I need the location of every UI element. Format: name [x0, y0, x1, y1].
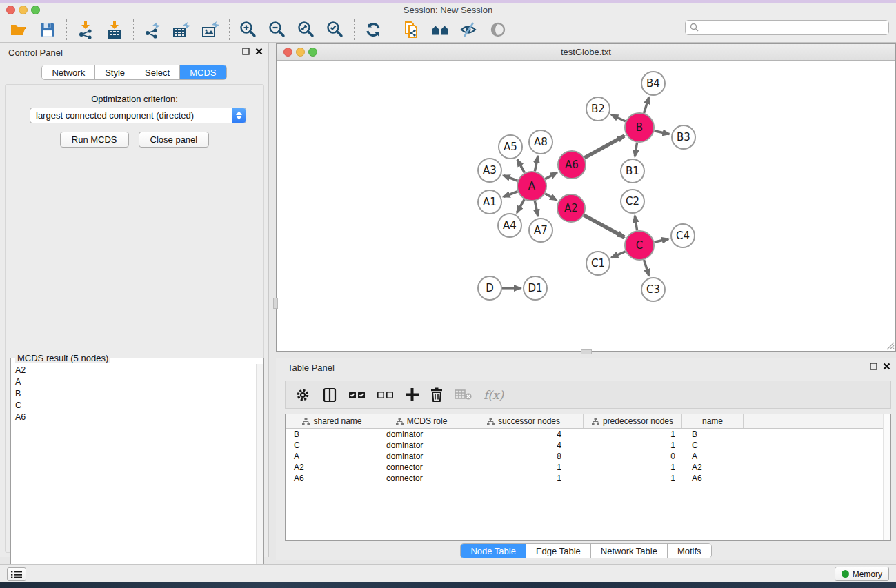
- graph-edge-B-B2[interactable]: [611, 115, 626, 121]
- graph-edge-C-C3[interactable]: [644, 260, 649, 276]
- close-panel-button[interactable]: Close panel: [139, 132, 210, 148]
- table-cell[interactable]: dominator: [379, 440, 464, 451]
- import-table-icon[interactable]: [104, 19, 125, 40]
- float-panel-icon[interactable]: [242, 48, 250, 55]
- network-window-titlebar[interactable]: testGlobe.txt: [277, 44, 895, 61]
- network-canvas[interactable]: B4B2BB3A5A8A6B1A3AC2A1A2A4A7C4CC1C3DD1: [277, 61, 895, 351]
- column-header-name[interactable]: name: [682, 414, 744, 428]
- table-scrollbar[interactable]: [883, 414, 890, 540]
- table-cell[interactable]: 1: [464, 473, 584, 484]
- graph-edge-A6-B[interactable]: [584, 136, 624, 158]
- graph-edge-C-C2[interactable]: [635, 216, 637, 231]
- zoom-fit-icon[interactable]: [296, 19, 317, 40]
- graph-edge-A-A2[interactable]: [545, 194, 557, 200]
- select-all-columns-icon[interactable]: [349, 385, 366, 405]
- window-resize-grip[interactable]: [886, 341, 895, 350]
- show-columns-icon[interactable]: [322, 385, 337, 405]
- export-table-icon[interactable]: [171, 19, 192, 40]
- graph-edge-C-C1[interactable]: [611, 252, 626, 258]
- table-cell[interactable]: A2: [682, 462, 744, 473]
- save-session-icon[interactable]: [37, 19, 58, 40]
- graph-node-B2[interactable]: B2: [586, 97, 610, 121]
- table-cell[interactable]: 8: [464, 451, 584, 462]
- graph-node-B3[interactable]: B3: [672, 125, 695, 149]
- tab-network[interactable]: Network: [42, 65, 95, 79]
- graph-edge-B-B1[interactable]: [635, 143, 637, 157]
- column-header-mcds-role[interactable]: MCDS role: [379, 414, 464, 428]
- table-cell[interactable]: dominator: [379, 451, 464, 462]
- graph-node-A1[interactable]: A1: [478, 190, 501, 214]
- table-cell[interactable]: connector: [379, 462, 464, 473]
- graph-node-A7[interactable]: A7: [529, 219, 552, 242]
- graph-node-A[interactable]: A: [517, 172, 546, 201]
- graph-edge-C-C4[interactable]: [654, 239, 668, 243]
- tab-select[interactable]: Select: [135, 65, 180, 79]
- graph-node-A8[interactable]: A8: [529, 130, 552, 154]
- table-cell[interactable]: A2: [286, 462, 379, 473]
- delete-column-icon[interactable]: [430, 385, 443, 405]
- graph-node-B1[interactable]: B1: [621, 159, 644, 183]
- zoom-out-icon[interactable]: [267, 19, 288, 40]
- graph-edge-A-A5[interactable]: [517, 159, 524, 172]
- graph-node-B[interactable]: B: [625, 113, 654, 142]
- column-header-successor-nodes[interactable]: successor nodes: [464, 414, 584, 428]
- graph-edge-A-A6[interactable]: [545, 172, 557, 179]
- search-input[interactable]: [700, 21, 888, 34]
- graph-node-A3[interactable]: A3: [478, 159, 501, 182]
- table-cell[interactable]: C: [682, 440, 744, 451]
- run-mcds-button[interactable]: Run MCDS: [60, 132, 129, 148]
- show-all-icon[interactable]: [488, 19, 508, 40]
- table-cell[interactable]: B: [682, 429, 744, 440]
- tab-mcds[interactable]: MCDS: [180, 65, 226, 79]
- graph-node-C4[interactable]: C4: [671, 224, 695, 247]
- graph-edge-B-B4[interactable]: [644, 97, 649, 113]
- first-neighbors-icon[interactable]: [430, 19, 450, 40]
- table-settings-gear-icon[interactable]: [295, 385, 310, 405]
- table-cell[interactable]: 0: [584, 451, 682, 462]
- graph-edge-A-A4[interactable]: [517, 199, 524, 213]
- export-network-icon[interactable]: [142, 19, 163, 40]
- export-image-icon[interactable]: [200, 19, 221, 40]
- graph-node-A4[interactable]: A4: [498, 214, 521, 237]
- tab-network-table[interactable]: Network Table: [591, 544, 668, 558]
- graph-edge-A-A7[interactable]: [535, 201, 537, 216]
- graph-edge-A2-C[interactable]: [584, 215, 624, 237]
- tab-node-table[interactable]: Node Table: [461, 544, 526, 558]
- graph-node-A2[interactable]: A2: [557, 194, 585, 222]
- table-cell[interactable]: connector: [379, 473, 464, 484]
- table-cell[interactable]: 4: [464, 429, 584, 440]
- table-cell[interactable]: 1: [464, 462, 584, 473]
- table-cell[interactable]: dominator: [379, 429, 464, 440]
- table-cell[interactable]: B: [286, 429, 379, 440]
- table-cell[interactable]: C: [286, 440, 379, 451]
- graph-node-A6[interactable]: A6: [558, 151, 586, 179]
- result-list-item[interactable]: A2: [12, 364, 256, 376]
- create-column-icon[interactable]: [406, 385, 419, 405]
- result-list-item[interactable]: C: [12, 399, 256, 411]
- close-panel-icon[interactable]: [255, 48, 263, 55]
- mcds-result-list[interactable]: A2ABCA6: [12, 364, 256, 588]
- graph-node-A5[interactable]: A5: [499, 135, 522, 159]
- graph-edge-B-B3[interactable]: [654, 131, 669, 134]
- graph-node-C[interactable]: C: [625, 231, 654, 260]
- tab-edge-table[interactable]: Edge Table: [526, 544, 591, 558]
- result-list-item[interactable]: A: [12, 376, 256, 387]
- result-scrollbar[interactable]: [256, 364, 263, 588]
- table-cell[interactable]: A6: [682, 473, 744, 484]
- import-network-icon[interactable]: [75, 19, 96, 40]
- table-cell[interactable]: 1: [584, 440, 682, 451]
- table-cell[interactable]: 4: [464, 440, 584, 451]
- result-list-item[interactable]: B: [12, 387, 256, 399]
- refresh-icon[interactable]: [363, 19, 384, 40]
- graph-node-D1[interactable]: D1: [524, 276, 547, 300]
- hide-selected-icon[interactable]: [459, 19, 479, 40]
- graph-node-B4[interactable]: B4: [641, 72, 665, 95]
- tab-motifs[interactable]: Motifs: [668, 544, 711, 558]
- tab-style[interactable]: Style: [95, 65, 135, 79]
- task-history-button[interactable]: [7, 567, 26, 581]
- graph-edge-A-A3[interactable]: [504, 175, 518, 181]
- node-table[interactable]: shared nameMCDS rolesuccessor nodesprede…: [285, 414, 891, 541]
- search-field[interactable]: [685, 20, 889, 35]
- copy-network-icon[interactable]: [401, 19, 421, 40]
- table-row[interactable]: Cdominator41C: [286, 440, 890, 451]
